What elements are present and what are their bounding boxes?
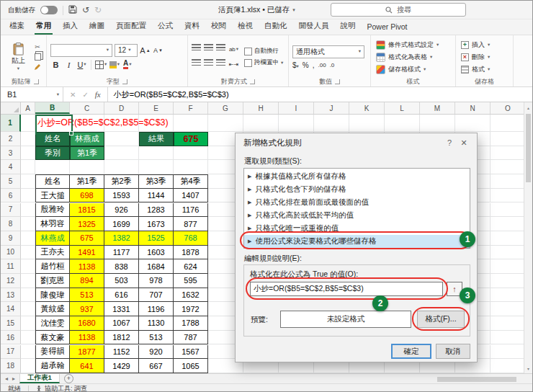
cell-J1[interactable] [314,115,349,132]
cell-F8[interactable]: 877 [174,217,208,231]
column-header-L[interactable]: L [385,102,420,114]
cell-O3[interactable] [491,146,525,161]
cell-B11[interactable]: 趙竹桓 [35,259,70,274]
cell-C4[interactable] [70,160,104,174]
cell-D3[interactable] [104,146,139,161]
cell-A18[interactable] [21,359,35,373]
cell-O16[interactable] [491,331,525,345]
column-header-F[interactable]: F [174,102,208,114]
cell-O15[interactable] [491,316,525,331]
indent-icon[interactable]: ⇤⇥ [228,59,239,71]
cell-A4[interactable] [21,160,35,174]
search-box[interactable]: 搜尋 [331,3,466,17]
cell-A11[interactable] [21,259,35,274]
cell-E2[interactable]: 結果 [139,132,174,146]
cell-O4[interactable] [491,160,525,174]
select-all-corner[interactable] [1,102,21,114]
cell-E6[interactable]: 1144 [139,189,174,203]
insert-cells-button[interactable]: +插入▾ [460,39,509,51]
accessibility-status[interactable]: 協助工具: 調查 [36,384,87,392]
column-header-O[interactable]: O [491,102,526,114]
cell-A7[interactable] [21,203,35,218]
ok-button[interactable]: 確定 [391,344,431,359]
tab-頁面配置[interactable]: 頁面配置 [110,19,152,35]
cell-D12[interactable]: 503 [104,274,139,288]
cell-F10[interactable]: 1878 [174,246,208,260]
row-header-4[interactable]: 4 [1,160,21,174]
cell-D8[interactable]: 1699 [104,217,139,231]
cell-O5[interactable] [491,174,525,189]
cell-F15[interactable]: 1788 [174,316,208,331]
cell-B5[interactable]: 姓名 [35,174,70,189]
cell-C10[interactable]: 1491 [70,246,104,260]
rule-type-option-4[interactable]: ▶只格式化高於或低於平均的值 [244,209,470,222]
cell-F13[interactable]: 1632 [174,288,208,303]
row-header-13[interactable]: 13 [1,288,21,303]
cut-icon[interactable]: ✂ [32,43,42,51]
delete-cells-button[interactable]: ×刪除▾ [460,51,509,63]
autosave-toggle[interactable] [40,6,58,14]
cell-B16[interactable]: 蔡文豪 [35,331,70,345]
rule-type-option-3[interactable]: ▶只格式化排在最前面或最後面的值 [244,196,470,209]
borders-button[interactable]: ▾ [95,59,107,71]
column-header-G[interactable]: G [208,102,243,114]
rule-type-option-1[interactable]: ▶根據其值格式化所有儲存格 [244,170,470,183]
font-color-button[interactable]: A▾ [122,59,133,71]
orientation-icon[interactable]: ab▾ [228,44,239,55]
cell-D11[interactable]: 838 [104,259,139,274]
column-header-K[interactable]: K [349,102,385,114]
align-bottom-icon[interactable] [216,44,225,50]
column-header-M[interactable]: M [420,102,455,114]
cell-B13[interactable]: 陳俊瑋 [35,288,70,303]
font-size-select[interactable]: 12▾ [115,44,138,57]
cell-O7[interactable] [491,203,525,218]
add-sheet-button[interactable]: + [64,374,73,383]
cell-D13[interactable]: 616 [104,288,139,303]
dialog-help-icon[interactable]: ? [442,138,457,147]
cell-O8[interactable] [491,217,525,231]
row-header-15[interactable]: 15 [1,316,21,331]
column-header-C[interactable]: C [70,102,104,114]
cell-E9[interactable]: 1525 [139,231,174,246]
vertical-scroll-thumb[interactable] [526,114,531,182]
sheet-tab-active[interactable]: 工作表1 [19,374,60,383]
cell-E10[interactable]: 1603 [139,246,174,260]
redo-icon[interactable]: ↻ [94,6,102,14]
formula-bar-content[interactable]: 小抄=OR($B5=$C$2,B$5=$C$3) [108,87,229,102]
cell-O13[interactable] [491,288,525,303]
cell-A2[interactable] [21,132,35,146]
cell-E13[interactable]: 707 [139,288,174,303]
cell-E18[interactable]: 667 [139,359,174,373]
cell-B3[interactable]: 季別 [35,146,70,161]
tab-開發人員[interactable]: 開發人員 [293,19,335,35]
conditional-formatting-button[interactable]: 條件式格式設定▾ [375,39,452,51]
cell-B6[interactable]: 王大搥 [35,189,70,203]
tab-檢視[interactable]: 檢視 [232,19,259,35]
decrease-decimal-icon[interactable]: .0 [330,62,335,68]
tab-檔案[interactable]: 檔案 [4,19,30,35]
cell-B8[interactable]: 林羽容 [35,217,70,231]
column-header-I[interactable]: I [279,102,314,114]
font-name-select[interactable]: ▾ [50,44,112,57]
column-header-N[interactable]: N [455,102,491,114]
cell-A16[interactable] [21,331,35,345]
font-dialog-launcher-icon[interactable] [122,79,127,84]
row-header-3[interactable]: 3 [1,146,21,161]
column-header-A[interactable]: A [21,102,35,114]
align-middle-icon[interactable] [204,44,213,50]
cell-F2[interactable]: 675 [174,132,208,146]
cell-K1[interactable] [349,115,385,132]
cell-B18[interactable]: 趙承翰 [35,359,70,373]
undo-icon[interactable]: ↺ [82,6,89,14]
cell-D15[interactable]: 1067 [104,316,139,331]
formula-input[interactable] [250,282,443,296]
format-cells-button[interactable]: 格式▾ [460,63,509,76]
column-header-D[interactable]: D [104,102,139,114]
cell-F14[interactable]: 1972 [174,302,208,316]
row-header-10[interactable]: 10 [1,246,21,260]
column-header-B[interactable]: B [35,102,70,114]
cell-O14[interactable] [491,302,525,316]
cell-D10[interactable]: 1177 [104,246,139,260]
scroll-down-icon[interactable]: ▾ [524,364,532,373]
cell-A3[interactable] [21,146,35,161]
